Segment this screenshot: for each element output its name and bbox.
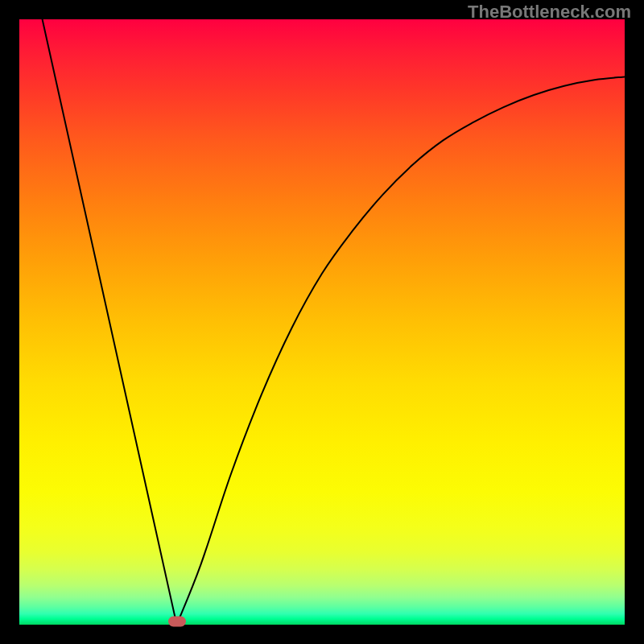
chart-plot-area (19, 19, 625, 625)
bottleneck-curve (43, 19, 625, 625)
optimal-point-marker (168, 617, 186, 627)
watermark-text: TheBottleneck.com (468, 2, 631, 23)
curve-svg (19, 19, 625, 625)
